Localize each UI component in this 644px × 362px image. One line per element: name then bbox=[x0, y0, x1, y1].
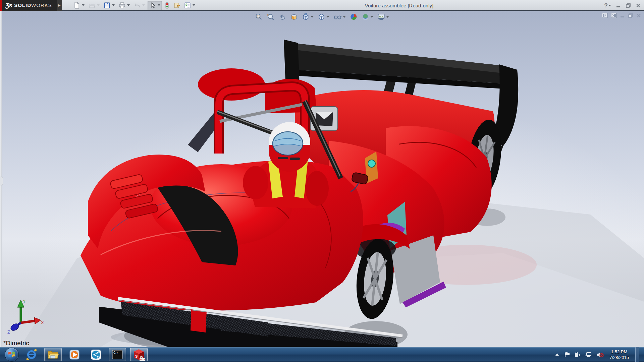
brand-light: WORKS bbox=[31, 2, 52, 8]
share-app-button[interactable] bbox=[87, 348, 105, 361]
share-app-icon bbox=[90, 349, 102, 360]
select-tool-dropdown[interactable] bbox=[158, 4, 160, 6]
solidworks-2015-button[interactable]: S W 2015 bbox=[130, 348, 148, 361]
collapse-right-pane-button[interactable] bbox=[611, 13, 617, 18]
display-style-icon bbox=[318, 13, 325, 20]
internet-explorer-icon bbox=[26, 349, 37, 360]
graphics-viewport[interactable]: Y X Z *Dimetric bbox=[0, 11, 644, 347]
save-icon bbox=[104, 2, 110, 9]
coordinate-triad: Y X Z bbox=[5, 299, 45, 336]
print-button[interactable] bbox=[117, 1, 131, 10]
save-button[interactable] bbox=[102, 1, 116, 10]
undo-button[interactable] bbox=[132, 1, 146, 10]
sw-letter-s: S bbox=[135, 354, 138, 358]
command-prompt-button[interactable]: C:\_ bbox=[109, 348, 126, 361]
close-button[interactable] bbox=[636, 3, 641, 8]
restore-document-icon bbox=[628, 13, 633, 18]
view-settings-button[interactable] bbox=[377, 12, 390, 21]
show-hidden-icons-button[interactable] bbox=[555, 353, 559, 357]
windows-explorer-button[interactable] bbox=[44, 348, 62, 361]
view-orientation-icon bbox=[302, 13, 310, 20]
triad-z-axis: Z bbox=[7, 322, 21, 335]
previous-view-button[interactable] bbox=[278, 12, 287, 21]
zoom-to-fit-icon bbox=[255, 13, 263, 20]
select-cursor-icon bbox=[149, 2, 156, 9]
select-tool-button[interactable] bbox=[148, 1, 162, 10]
show-desktop-button[interactable] bbox=[635, 347, 639, 362]
new-document-button[interactable] bbox=[72, 1, 86, 10]
edit-appearance-button[interactable] bbox=[350, 12, 358, 21]
close-document-button[interactable] bbox=[636, 13, 641, 18]
open-folder-icon bbox=[89, 2, 95, 9]
section-view-icon bbox=[290, 13, 298, 20]
triad-y-axis: Y bbox=[17, 299, 26, 323]
undo-dropdown[interactable] bbox=[142, 4, 145, 6]
view-orientation-dropdown[interactable] bbox=[311, 16, 314, 18]
triad-x-label: X bbox=[41, 320, 44, 325]
minimize-icon bbox=[616, 3, 621, 8]
minimize-document-icon bbox=[620, 13, 625, 18]
edit-appearance-icon bbox=[350, 13, 358, 20]
network-icon bbox=[585, 352, 592, 358]
section-view-button[interactable] bbox=[290, 12, 299, 21]
triad-x-axis: X bbox=[21, 317, 44, 325]
show-hidden-icons-icon bbox=[555, 353, 559, 357]
file-properties-button[interactable] bbox=[172, 1, 181, 10]
menu-flyout-arrow-icon[interactable]: ▶ bbox=[57, 0, 62, 11]
power-button[interactable] bbox=[574, 352, 581, 358]
taskbar-apps: C:\_ S W 2015 bbox=[23, 348, 148, 361]
restore-document-button[interactable] bbox=[628, 13, 633, 18]
options-dropdown[interactable] bbox=[193, 4, 195, 6]
windows-flag-icon bbox=[7, 350, 16, 359]
volume-button[interactable] bbox=[596, 352, 604, 358]
hide-show-items-button[interactable] bbox=[333, 12, 346, 21]
print-icon bbox=[119, 2, 125, 9]
traffic-light-button[interactable] bbox=[163, 1, 171, 10]
restore-button[interactable] bbox=[626, 3, 631, 8]
internet-explorer-button[interactable] bbox=[23, 348, 40, 361]
panel-splitter-handle[interactable] bbox=[0, 177, 3, 185]
apply-scene-icon bbox=[362, 13, 369, 20]
new-document-dropdown[interactable] bbox=[82, 4, 85, 6]
power-plug-icon bbox=[574, 352, 581, 358]
apply-scene-button[interactable] bbox=[361, 12, 374, 21]
help-dropdown[interactable] bbox=[608, 5, 611, 6]
zoom-to-area-icon bbox=[267, 13, 274, 20]
help-button[interactable]: ? bbox=[604, 2, 611, 9]
options-button[interactable] bbox=[183, 1, 197, 10]
action-center-flag-icon bbox=[564, 352, 570, 358]
open-dropdown[interactable] bbox=[97, 4, 100, 6]
zoom-to-area-button[interactable] bbox=[266, 12, 275, 21]
display-style-button[interactable] bbox=[317, 12, 330, 21]
view-orientation-button[interactable] bbox=[302, 12, 314, 21]
traffic-light-icon bbox=[165, 2, 169, 9]
view-settings-icon bbox=[378, 13, 385, 20]
document-window-controls bbox=[602, 13, 641, 18]
media-player-button[interactable] bbox=[66, 348, 83, 361]
close-document-icon bbox=[636, 13, 641, 18]
car-3d-model[interactable] bbox=[0, 11, 644, 347]
network-button[interactable] bbox=[585, 352, 592, 358]
collapse-left-pane-button[interactable] bbox=[602, 13, 608, 18]
hide-show-items-dropdown[interactable] bbox=[343, 16, 346, 18]
new-document-icon bbox=[73, 2, 80, 9]
print-dropdown[interactable] bbox=[127, 4, 130, 6]
open-button[interactable] bbox=[87, 1, 101, 10]
taskbar-clock[interactable]: 1:52 PM 7/28/2015 bbox=[608, 349, 630, 360]
undo-icon bbox=[134, 2, 141, 9]
solidworks-logo: Ʒs SOLIDWORKS bbox=[0, 0, 57, 11]
minimize-button[interactable] bbox=[616, 3, 621, 8]
apply-scene-dropdown[interactable] bbox=[371, 16, 373, 18]
clock-time: 1:52 PM bbox=[609, 349, 629, 355]
start-button[interactable] bbox=[5, 348, 19, 362]
view-settings-dropdown[interactable] bbox=[386, 16, 389, 18]
windows-explorer-icon bbox=[47, 349, 59, 360]
taskbar: C:\_ S W 2015 bbox=[0, 347, 644, 362]
display-style-dropdown[interactable] bbox=[327, 16, 329, 18]
minimize-document-button[interactable] bbox=[620, 13, 625, 18]
view-orientation-label: *Dimetric bbox=[3, 340, 29, 347]
zoom-to-fit-button[interactable] bbox=[255, 12, 263, 21]
action-center-button[interactable] bbox=[564, 352, 570, 358]
triad-z-label: Z bbox=[7, 329, 10, 335]
save-dropdown[interactable] bbox=[112, 4, 115, 6]
